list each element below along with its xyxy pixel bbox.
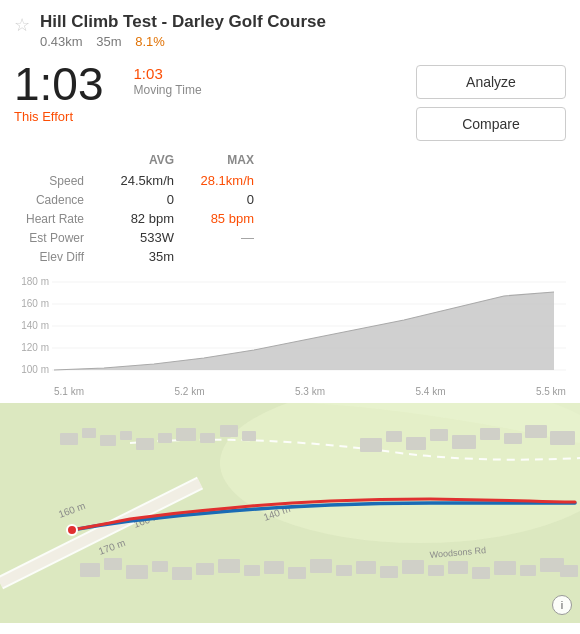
moving-time-value: 1:03	[134, 65, 202, 82]
svg-rect-29	[525, 425, 547, 438]
metric-name-cadence: Cadence	[14, 193, 94, 207]
effort-block: 1:03 This Effort	[14, 61, 104, 124]
col-avg-header: AVG	[94, 153, 174, 167]
svg-text:100 m: 100 m	[21, 364, 49, 375]
metric-max-speed: 28.1km/h	[174, 173, 254, 188]
metric-name-estpower: Est Power	[14, 231, 94, 245]
svg-rect-41	[310, 559, 332, 573]
moving-block: 1:03 Moving Time	[134, 61, 202, 97]
x-label-4: 5.4 km	[415, 386, 445, 397]
metric-max-estpower: —	[174, 230, 254, 245]
svg-rect-45	[402, 560, 424, 574]
svg-rect-50	[520, 565, 536, 576]
svg-rect-30	[550, 431, 575, 445]
info-icon[interactable]: i	[552, 595, 572, 615]
distance: 0.43km	[40, 34, 83, 49]
svg-rect-28	[504, 433, 522, 444]
svg-rect-34	[152, 561, 168, 572]
x-label-2: 5.2 km	[174, 386, 204, 397]
svg-rect-32	[104, 558, 122, 570]
metric-max-heartrate: 85 bpm	[174, 211, 254, 226]
svg-rect-39	[264, 561, 284, 574]
svg-rect-23	[386, 431, 402, 442]
metric-avg-elevdiff: 35m	[94, 249, 174, 264]
metrics-header: AVG MAX	[14, 153, 274, 171]
activity-title: Hill Climb Test - Darley Golf Course	[40, 12, 326, 32]
activity-meta: 0.43km 35m 8.1%	[40, 34, 326, 49]
metric-row-cadence: Cadence 0 0	[14, 190, 274, 209]
grade: 8.1%	[135, 34, 165, 49]
svg-rect-27	[480, 428, 500, 440]
moving-time-label: Moving Time	[134, 83, 202, 97]
svg-rect-22	[360, 438, 382, 452]
title-block: Hill Climb Test - Darley Golf Course 0.4…	[40, 12, 326, 49]
svg-rect-14	[100, 435, 116, 446]
x-label-5: 5.5 km	[536, 386, 566, 397]
svg-rect-31	[80, 563, 100, 577]
svg-rect-49	[494, 561, 516, 575]
svg-rect-17	[158, 433, 172, 443]
svg-rect-40	[288, 567, 306, 579]
action-buttons: Analyze Compare	[416, 61, 566, 141]
stats-row: 1:03 This Effort 1:03 Moving Time Analyz…	[0, 57, 580, 149]
metric-avg-estpower: 533W	[94, 230, 174, 245]
svg-text:160 m: 160 m	[21, 298, 49, 309]
col-max-header: MAX	[174, 153, 254, 167]
svg-rect-16	[136, 438, 154, 450]
svg-rect-37	[218, 559, 240, 573]
svg-rect-18	[176, 428, 196, 441]
svg-rect-21	[242, 431, 256, 441]
map-svg: 160 m 170 m 160 m 140 m Woodsons Rd	[0, 403, 580, 623]
svg-rect-36	[196, 563, 214, 575]
metric-avg-heartrate: 82 bpm	[94, 211, 174, 226]
svg-rect-42	[336, 565, 352, 576]
metrics-table: AVG MAX Speed 24.5km/h 28.1km/h Cadence …	[14, 153, 274, 266]
svg-rect-38	[244, 565, 260, 576]
map-container: 160 m 170 m 160 m 140 m Woodsons Rd i	[0, 403, 580, 623]
svg-text:120 m: 120 m	[21, 342, 49, 353]
svg-rect-44	[380, 566, 398, 578]
svg-rect-52	[560, 565, 578, 577]
x-label-1: 5.1 km	[54, 386, 84, 397]
compare-button[interactable]: Compare	[416, 107, 566, 141]
svg-rect-15	[120, 431, 132, 440]
metric-row-elevdiff: Elev Diff 35m	[14, 247, 274, 266]
star-icon[interactable]: ☆	[14, 14, 30, 36]
svg-rect-26	[452, 435, 476, 449]
svg-rect-48	[472, 567, 490, 579]
svg-rect-20	[220, 425, 238, 437]
svg-rect-12	[60, 433, 78, 445]
x-label-3: 5.3 km	[295, 386, 325, 397]
svg-rect-24	[406, 437, 426, 450]
metric-max-cadence: 0	[174, 192, 254, 207]
svg-rect-47	[448, 561, 468, 574]
metric-row-estpower: Est Power 533W —	[14, 228, 274, 247]
effort-label: This Effort	[14, 109, 104, 124]
analyze-button[interactable]: Analyze	[416, 65, 566, 99]
chart-wrapper: 180 m 160 m 140 m 120 m 100 m	[14, 274, 566, 384]
svg-rect-46	[428, 565, 444, 576]
chart-x-labels: 5.1 km 5.2 km 5.3 km 5.4 km 5.5 km	[14, 384, 566, 397]
activity-header: ☆ Hill Climb Test - Darley Golf Course 0…	[0, 0, 580, 57]
svg-rect-13	[82, 428, 96, 438]
metric-name-elevdiff: Elev Diff	[14, 250, 94, 264]
svg-rect-19	[200, 433, 215, 443]
metric-name-heartrate: Heart Rate	[14, 212, 94, 226]
metric-row-heartrate: Heart Rate 82 bpm 85 bpm	[14, 209, 274, 228]
svg-text:140 m: 140 m	[21, 320, 49, 331]
elevation-chart: 180 m 160 m 140 m 120 m 100 m	[14, 274, 566, 384]
svg-text:180 m: 180 m	[21, 276, 49, 287]
svg-rect-43	[356, 561, 376, 574]
route-start-dot	[67, 525, 77, 535]
effort-time: 1:03	[14, 61, 104, 107]
svg-rect-25	[430, 429, 448, 441]
metric-row-speed: Speed 24.5km/h 28.1km/h	[14, 171, 274, 190]
metric-avg-speed: 24.5km/h	[94, 173, 174, 188]
svg-rect-33	[126, 565, 148, 579]
svg-rect-35	[172, 567, 192, 580]
metric-avg-cadence: 0	[94, 192, 174, 207]
metric-name-speed: Speed	[14, 174, 94, 188]
elevation: 35m	[96, 34, 121, 49]
